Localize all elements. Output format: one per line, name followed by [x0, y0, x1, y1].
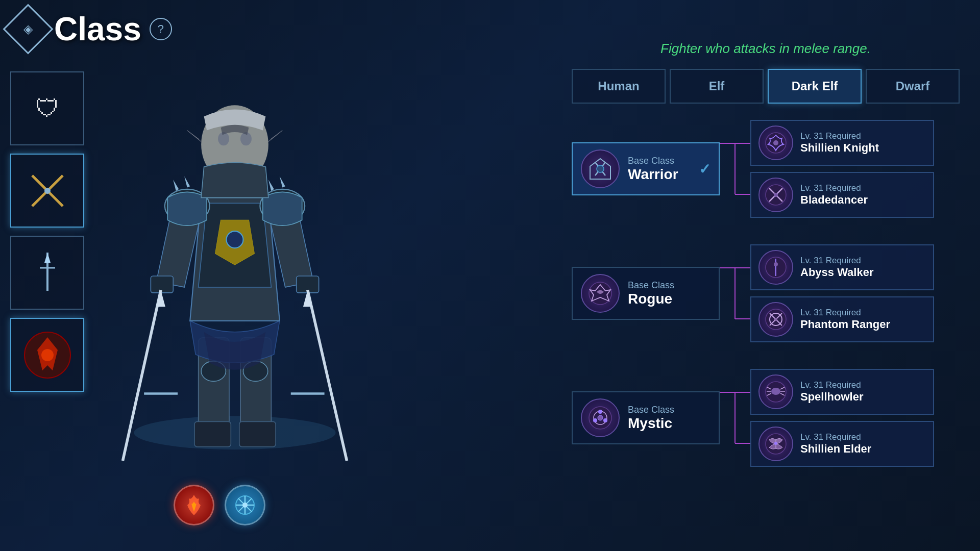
phantom-ranger-emblem — [758, 302, 793, 337]
rogue-emblem — [581, 274, 620, 313]
rogue-connector — [720, 242, 750, 344]
warrior-subclasses: Lv. 31 Required Shillien Knight — [750, 120, 934, 218]
svg-marker-5 — [44, 253, 51, 263]
skill-icons — [174, 485, 265, 525]
subtitle: Fighter who attacks in melee range. — [572, 41, 960, 57]
svg-point-2 — [44, 188, 51, 194]
svg-point-79 — [771, 388, 780, 395]
warrior-group: Base Class Warrior ✓ — [572, 118, 960, 220]
svg-point-53 — [774, 193, 778, 197]
warrior-emblem — [581, 149, 620, 188]
ice-skill-icon — [232, 492, 258, 518]
tab-elf[interactable]: Elf — [670, 69, 764, 104]
shillien-knight-level: Lv. 31 Required — [800, 131, 879, 141]
armor-red-icon — [19, 327, 76, 383]
sword-single-icon — [32, 250, 63, 296]
warrior-base-class[interactable]: Base Class Warrior ✓ — [572, 142, 720, 195]
svg-point-73 — [598, 415, 603, 420]
warrior-checkmark: ✓ — [699, 161, 710, 178]
warrior-name: Warrior — [628, 166, 678, 183]
spellhowler-box[interactable]: Lv. 31 Required Spellhowler — [750, 369, 934, 415]
shillien-knight-name: Shillien Knight — [800, 141, 879, 155]
mystic-connector — [720, 367, 750, 469]
abyss-walker-box[interactable]: Lv. 31 Required Abyss Walker — [750, 244, 934, 290]
phantom-ranger-level: Lv. 31 Required — [800, 308, 890, 318]
phantom-ranger-name: Phantom Ranger — [800, 318, 890, 331]
shillien-knight-icon — [764, 131, 788, 155]
shillien-knight-box[interactable]: Lv. 31 Required Shillien Knight — [750, 120, 934, 166]
thumbnail-3[interactable] — [10, 318, 84, 392]
thumbnail-panel: 🛡 — [10, 71, 84, 392]
mystic-emblem-icon — [587, 405, 613, 431]
shillien-elder-emblem — [758, 427, 793, 461]
shillien-elder-icon — [764, 432, 788, 456]
thumbnail-2[interactable] — [10, 236, 84, 310]
abyss-walker-icon — [764, 256, 788, 279]
thumbnail-0[interactable]: 🛡 — [10, 71, 84, 145]
svg-point-43 — [597, 165, 604, 172]
phantom-ranger-box[interactable]: Lv. 31 Required Phantom Ranger — [750, 296, 934, 342]
rogue-name: Rogue — [628, 291, 674, 307]
shillien-elder-name: Shillien Elder — [800, 442, 871, 456]
mystic-base-class[interactable]: Base Class Mystic — [572, 391, 720, 444]
warrior-connector — [720, 118, 750, 220]
mystic-name: Mystic — [628, 415, 674, 432]
tab-human[interactable]: Human — [572, 69, 666, 104]
svg-point-8 — [41, 349, 54, 361]
spellhowler-name: Spellhowler — [800, 390, 863, 404]
svg-rect-15 — [239, 421, 276, 446]
bladedancer-level: Lv. 31 Required — [800, 183, 868, 193]
svg-marker-22 — [280, 177, 285, 188]
svg-marker-18 — [173, 180, 179, 191]
rogue-group: Base Class Rogue — [572, 242, 960, 344]
warrior-text: Base Class Warrior — [628, 156, 678, 183]
thumbnail-icon-0: 🛡 — [35, 94, 60, 122]
svg-marker-19 — [184, 177, 190, 188]
rogue-label: Base Class — [628, 280, 674, 291]
svg-point-67 — [774, 318, 777, 321]
bladedancer-name: Bladedancer — [800, 193, 868, 207]
phantom-ranger-icon — [764, 308, 788, 331]
mystic-connector-svg — [720, 367, 750, 469]
svg-point-40 — [242, 503, 248, 508]
warrior-connector-svg — [720, 118, 750, 220]
tab-dark-elf[interactable]: Dark Elf — [768, 69, 862, 104]
svg-point-87 — [774, 442, 777, 445]
thumbnail-1[interactable] — [10, 154, 84, 228]
rogue-connector-svg — [720, 242, 750, 344]
abyss-walker-level: Lv. 31 Required — [800, 256, 873, 266]
spellhowler-icon — [764, 380, 788, 404]
mystic-label: Base Class — [628, 405, 674, 415]
spellhowler-level: Lv. 31 Required — [800, 380, 863, 390]
shillien-knight-emblem — [758, 126, 793, 160]
mystic-text: Base Class Mystic — [628, 405, 674, 432]
fire-skill-button[interactable] — [174, 485, 214, 525]
abyss-walker-emblem — [758, 250, 793, 285]
abyss-walker-text: Lv. 31 Required Abyss Walker — [800, 256, 873, 279]
shillien-elder-level: Lv. 31 Required — [800, 432, 871, 442]
rogue-base-class[interactable]: Base Class Rogue — [572, 267, 720, 320]
swords-icon — [22, 165, 73, 216]
rogue-emblem-icon — [587, 281, 613, 306]
shillien-knight-text: Lv. 31 Required Shillien Knight — [800, 131, 879, 155]
shillien-elder-box[interactable]: Lv. 31 Required Shillien Elder — [750, 421, 934, 467]
svg-point-49 — [773, 140, 778, 145]
tab-dwarf[interactable]: Dwarf — [866, 69, 960, 104]
svg-point-9 — [134, 416, 335, 449]
svg-point-71 — [603, 418, 607, 422]
bladedancer-box[interactable]: Lv. 31 Required Bladedancer — [750, 172, 934, 218]
warrior-label: Base Class — [628, 156, 678, 166]
rogue-subclasses: Lv. 31 Required Abyss Walker — [750, 244, 934, 342]
class-tree: Base Class Warrior ✓ — [572, 118, 960, 481]
character-display — [92, 41, 378, 500]
mystic-group: Base Class Mystic — [572, 367, 960, 469]
mystic-subclasses: Lv. 31 Required Spellhowler — [750, 369, 934, 467]
fire-skill-icon — [181, 492, 207, 518]
svg-point-70 — [598, 410, 602, 414]
mystic-emblem — [581, 398, 620, 437]
rogue-text: Base Class Rogue — [628, 280, 674, 307]
help-button[interactable]: ? — [150, 18, 172, 40]
race-tabs: Human Elf Dark Elf Dwarf — [572, 69, 960, 104]
phantom-ranger-text: Lv. 31 Required Phantom Ranger — [800, 308, 890, 331]
ice-skill-button[interactable] — [225, 485, 265, 525]
